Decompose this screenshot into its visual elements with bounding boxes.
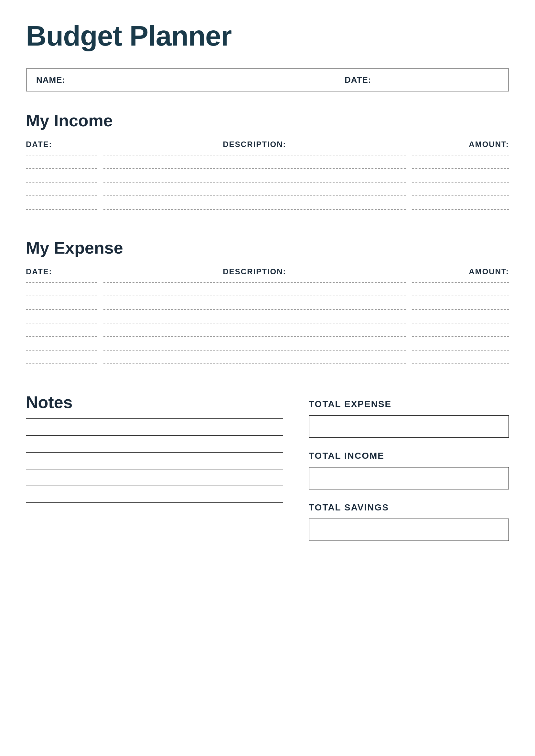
expense-row4-amount-line (412, 323, 509, 329)
income-row1-amount-line (412, 155, 509, 161)
notes-section: Notes (26, 392, 283, 544)
income-row1-date-line (26, 155, 97, 161)
expense-row2-amount-line (412, 296, 509, 302)
notes-line-6 (26, 502, 283, 503)
income-row-4 (26, 196, 509, 202)
income-row4-amount-line (412, 196, 509, 202)
income-row2-desc-line (103, 168, 406, 175)
expense-row-3 (26, 309, 509, 316)
total-income-label: TOTAL INCOME (309, 451, 509, 461)
expense-col-date: DATE: (26, 267, 97, 276)
expense-row7-desc-line (103, 364, 406, 370)
page-title: Budget Planner (26, 19, 509, 52)
expense-col-description: DESCRIPTION: (97, 267, 412, 276)
income-row4-date-line (26, 196, 97, 202)
income-row5-date-line (26, 209, 97, 215)
expense-row1-amount-line (412, 282, 509, 288)
income-row3-desc-line (103, 182, 406, 188)
expense-row3-desc-line (103, 309, 406, 316)
notes-line-2 (26, 435, 283, 436)
expense-row-2 (26, 296, 509, 302)
income-row3-date-line (26, 182, 97, 188)
bottom-section: Notes TOTAL EXPENSE TOTAL INCOME TOTAL S… (26, 392, 509, 544)
expense-row7-date-line (26, 364, 97, 370)
expense-row-5 (26, 336, 509, 343)
date-label: DATE: (345, 75, 499, 85)
totals-section: TOTAL EXPENSE TOTAL INCOME TOTAL SAVINGS (309, 392, 509, 544)
income-row-1 (26, 155, 509, 161)
expense-col-amount: AMOUNT: (412, 267, 509, 276)
expense-row-6 (26, 350, 509, 356)
total-income-box[interactable] (309, 467, 509, 490)
income-title: My Income (26, 111, 509, 130)
name-date-row: NAME: DATE: (26, 68, 509, 92)
income-row2-amount-line (412, 168, 509, 175)
income-row3-amount-line (412, 182, 509, 188)
notes-line-4 (26, 469, 283, 470)
expense-row-1 (26, 282, 509, 288)
name-label: NAME: (36, 75, 345, 85)
total-savings-label: TOTAL SAVINGS (309, 502, 509, 513)
expense-row4-desc-line (103, 323, 406, 329)
income-row4-desc-line (103, 196, 406, 202)
income-row-3 (26, 182, 509, 188)
total-savings-box[interactable] (309, 519, 509, 541)
expense-row6-desc-line (103, 350, 406, 356)
expense-row-4 (26, 323, 509, 329)
expense-row1-desc-line (103, 282, 406, 288)
expense-title: My Expense (26, 238, 509, 257)
expense-row1-date-line (26, 282, 97, 288)
total-expense-box[interactable] (309, 415, 509, 438)
notes-line-5 (26, 486, 283, 486)
expense-row6-date-line (26, 350, 97, 356)
expense-row5-date-line (26, 336, 97, 343)
notes-line-1 (26, 418, 283, 419)
expense-row5-desc-line (103, 336, 406, 343)
expense-row2-desc-line (103, 296, 406, 302)
expense-table-header: DATE: DESCRIPTION: AMOUNT: (26, 267, 509, 276)
income-row5-desc-line (103, 209, 406, 215)
income-section: My Income DATE: DESCRIPTION: AMOUNT: (26, 111, 509, 215)
total-expense-label: TOTAL EXPENSE (309, 399, 509, 409)
notes-title: Notes (26, 392, 283, 412)
expense-row-7 (26, 364, 509, 370)
income-col-date: DATE: (26, 140, 97, 149)
income-row-2 (26, 168, 509, 175)
expense-row7-amount-line (412, 364, 509, 370)
notes-line-3 (26, 452, 283, 453)
income-col-amount: AMOUNT: (412, 140, 509, 149)
income-col-description: DESCRIPTION: (97, 140, 412, 149)
expense-section: My Expense DATE: DESCRIPTION: AMOUNT: (26, 238, 509, 370)
expense-row4-date-line (26, 323, 97, 329)
expense-row2-date-line (26, 296, 97, 302)
expense-row3-amount-line (412, 309, 509, 316)
expense-row6-amount-line (412, 350, 509, 356)
expense-row3-date-line (26, 309, 97, 316)
income-row1-desc-line (103, 155, 406, 161)
expense-row5-amount-line (412, 336, 509, 343)
income-row2-date-line (26, 168, 97, 175)
income-row5-amount-line (412, 209, 509, 215)
income-row-5 (26, 209, 509, 215)
income-table-header: DATE: DESCRIPTION: AMOUNT: (26, 140, 509, 149)
